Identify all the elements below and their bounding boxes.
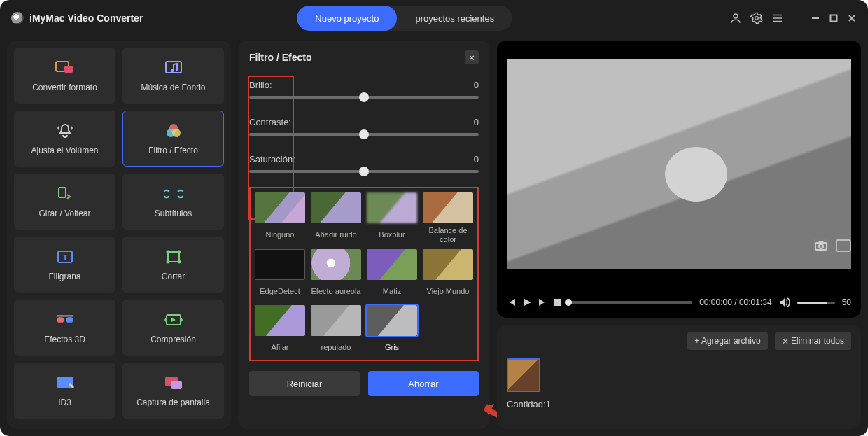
svg-point-26	[819, 244, 823, 248]
sidebar-item-convert[interactable]: Convertir formato	[14, 48, 115, 104]
sidebar-item-bgmusic[interactable]: Música de Fondo	[122, 48, 224, 104]
filter-option-noise[interactable]: Añadir ruido	[311, 192, 361, 244]
volume-slider[interactable]	[797, 302, 835, 304]
sidebar-item-volume[interactable]: Ajusta el Volúmen	[14, 111, 115, 167]
svg-point-10	[172, 129, 181, 137]
bell-icon	[55, 122, 75, 140]
timeline-slider[interactable]	[568, 301, 692, 304]
sidebar-item-label: Ajusta el Volúmen	[31, 146, 98, 155]
tool-sidebar: Convertir formato Música de Fondo Ajusta…	[7, 41, 231, 429]
subtitles-icon	[164, 185, 183, 203]
sidebar-item-screenshot[interactable]: Captura de pantalla	[122, 363, 224, 419]
crop-icon	[164, 248, 183, 266]
sidebar-item-watermark[interactable]: T Filigrana	[14, 237, 115, 293]
menu-icon[interactable]	[771, 12, 784, 24]
sidebar-item-label: Música de Fondo	[141, 83, 205, 92]
svg-rect-11	[59, 188, 66, 197]
filter-option-colorbalance[interactable]: Balance de color	[423, 192, 473, 244]
filter-option-gray[interactable]: Gris	[367, 305, 417, 356]
gear-icon[interactable]	[750, 12, 763, 24]
filter-editor-panel: Filtro / Efecto × Brillo: 0 Contraste: 0	[238, 41, 490, 429]
window-minimize-icon[interactable]	[811, 13, 820, 23]
filter-icon	[164, 122, 183, 140]
reset-button[interactable]: Reiniciar	[249, 371, 360, 396]
next-icon[interactable]	[538, 297, 547, 307]
filter-option-halo[interactable]: Efecto aureola	[311, 249, 361, 300]
clip-thumbnail[interactable]	[507, 358, 540, 392]
video-preview: 00:00:00 / 00:01:34 50	[497, 41, 861, 318]
tab-recent-projects[interactable]: proyectos recientes	[397, 6, 512, 31]
preview-image	[497, 41, 861, 287]
sidebar-item-rotate[interactable]: Girar / Voltear	[14, 174, 115, 230]
app-title: iMyMac Video Converter	[11, 12, 143, 24]
save-button[interactable]: Ahorrar	[368, 371, 479, 396]
brightness-value: 0	[474, 80, 479, 90]
svg-rect-2	[831, 15, 837, 22]
svg-rect-27	[554, 299, 561, 306]
convert-icon	[55, 59, 75, 77]
rotate-icon	[55, 185, 75, 203]
compress-icon	[164, 311, 183, 329]
sidebar-item-label: Subtítulos	[155, 209, 192, 218]
saturation-label: Saturación:	[249, 154, 295, 164]
filter-option-emboss[interactable]: repujado	[311, 305, 361, 356]
svg-point-17	[167, 261, 169, 263]
svg-point-0	[734, 14, 738, 18]
svg-rect-4	[64, 66, 73, 73]
svg-rect-14	[168, 252, 179, 262]
clip-quantity: Cantidad:1	[507, 399, 851, 409]
screenshot-icon	[164, 374, 183, 392]
filter-option-sharpen[interactable]: Afilar	[255, 305, 305, 356]
sidebar-item-id3[interactable]: ID3	[14, 363, 115, 419]
watermark-icon: T	[55, 248, 75, 266]
app-title-text: iMyMac Video Converter	[29, 13, 143, 24]
time-display: 00:00:00 / 00:01:34	[699, 297, 771, 307]
svg-rect-20	[66, 317, 72, 322]
editor-title: Filtro / Efecto	[249, 52, 312, 63]
saturation-value: 0	[474, 154, 479, 164]
filter-option-boxblur[interactable]: Boxblur	[367, 192, 417, 244]
volume-icon[interactable]	[779, 297, 790, 307]
close-icon[interactable]: ×	[465, 50, 479, 64]
fullscreen-icon[interactable]	[836, 239, 851, 252]
add-file-button[interactable]: + Agregar archivo	[687, 332, 767, 350]
filter-option-hue[interactable]: Matiz	[367, 249, 417, 300]
stop-icon[interactable]	[553, 298, 561, 307]
sidebar-item-subtitles[interactable]: Subtítulos	[122, 174, 224, 230]
filter-option-edgedetect[interactable]: EdgeDetect	[255, 249, 305, 300]
play-icon[interactable]	[522, 297, 532, 307]
svg-point-18	[178, 261, 180, 263]
svg-point-16	[178, 251, 180, 253]
sidebar-item-label: Girar / Voltear	[38, 209, 90, 218]
tab-new-project[interactable]: Nuevo proyecto	[297, 6, 397, 31]
snapshot-icon[interactable]	[813, 239, 829, 252]
filter-option-oldworld[interactable]: Viejo Mundo	[423, 249, 473, 300]
sidebar-item-filter[interactable]: Filtro / Efecto	[122, 111, 224, 167]
sidebar-item-label: Captura de pantalla	[136, 398, 210, 407]
sidebar-item-label: Compresión	[150, 335, 196, 344]
svg-point-1	[755, 17, 759, 20]
app-logo-icon	[11, 12, 24, 24]
brightness-label: Brillo:	[249, 80, 272, 90]
music-icon	[164, 59, 183, 77]
account-icon[interactable]	[729, 12, 742, 24]
brightness-slider[interactable]	[249, 96, 479, 99]
contrast-slider[interactable]	[249, 133, 479, 136]
saturation-slider[interactable]	[249, 170, 479, 173]
sidebar-item-crop[interactable]: Cortar	[122, 237, 224, 293]
sidebar-item-label: ID3	[58, 398, 71, 407]
sidebar-item-3d[interactable]: Efectos 3D	[14, 300, 115, 356]
prev-icon[interactable]	[507, 297, 517, 307]
remove-all-button[interactable]: ⨯ Eliminar todos	[775, 332, 851, 350]
sidebar-item-label: Filigrana	[48, 272, 80, 281]
svg-point-15	[167, 251, 169, 253]
glasses-3d-icon	[55, 311, 75, 329]
filter-option-none[interactable]: Ninguno	[255, 192, 305, 244]
project-tabs: Nuevo proyecto proyectos recientes	[297, 6, 512, 31]
window-close-icon[interactable]	[847, 13, 857, 23]
sidebar-item-label: Efectos 3D	[44, 335, 85, 344]
sidebar-item-label: Filtro / Efecto	[148, 146, 198, 155]
window-maximize-icon[interactable]	[829, 13, 839, 23]
highlight-box-filters: Ninguno Añadir ruido Boxblur Balance de …	[249, 187, 479, 361]
sidebar-item-compress[interactable]: Compresión	[122, 300, 224, 356]
